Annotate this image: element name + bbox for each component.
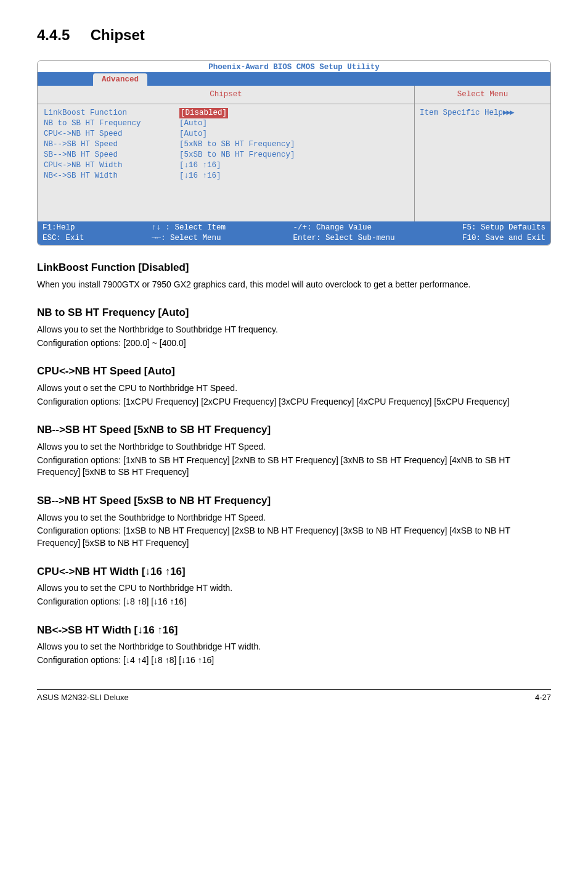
item-body: Configuration options: [1xNB to SB HT Fr… <box>37 455 551 479</box>
bios-hint-f5: F5: Setup Defaults <box>462 223 545 232</box>
footer-page-number: 4-27 <box>535 692 551 703</box>
bios-right-panel: Select Menu Item Specific Help▶▶▶ <box>415 86 550 221</box>
bios-footer: F1:Help ESC: Exit ↑↓ : Select Item →←: S… <box>38 221 550 245</box>
bios-row-value[interactable]: [Auto] <box>179 130 207 138</box>
section-heading: 4.4.5 Chipset <box>37 25 551 46</box>
bios-row-label[interactable]: NB<->SB HT Width <box>44 171 118 180</box>
item-heading: SB-->NB HT Speed [5xSB to NB HT Frequenc… <box>37 493 551 508</box>
item-body: Allows you to set the Northbridge to Sou… <box>37 641 551 653</box>
bios-hint-select-menu: →←: Select Menu <box>152 234 221 242</box>
bios-footer-col: F5: Setup Defaults F10: Save and Exit <box>462 223 545 244</box>
bios-row-value[interactable]: [↓16 ↑16] <box>179 171 221 180</box>
section-title-text: Chipset <box>91 27 145 43</box>
bios-footer-col: ↑↓ : Select Item →←: Select Menu <box>152 223 226 244</box>
item-body: Allows you to set the Northbridge to Sou… <box>37 441 551 453</box>
bios-hint-change: -/+: Change Value <box>293 223 372 232</box>
bios-footer-col: -/+: Change Value Enter: Select Sub-menu <box>293 223 394 244</box>
bios-hint-enter: Enter: Select Sub-menu <box>293 234 394 242</box>
bios-row-value[interactable]: [Auto] <box>179 119 207 128</box>
item-body: Allows you to set the CPU to Northbridge… <box>37 582 551 595</box>
bios-row-value[interactable]: [5xNB to SB HT Frequency] <box>179 140 295 149</box>
section-number: 4.4.5 <box>37 27 70 43</box>
bios-setting-values: [Disabled] [Auto] [Auto] [5xNB to SB HT … <box>179 108 409 217</box>
bios-row-label[interactable]: NB-->SB HT Speed <box>44 140 118 149</box>
item-body: Allows you to set the Northbridge to Sou… <box>37 324 551 336</box>
item-heading: NB<->SB HT Width [↓16 ↑16] <box>37 623 551 638</box>
bios-row-label[interactable]: LinkBoost Function <box>44 109 127 117</box>
bios-menu-bar: Advanced <box>38 72 550 86</box>
item-heading: CPU<->NB HT Width [↓16 ↑16] <box>37 564 551 579</box>
item-body: Configuration options: [↓8 ↑8] [↓16 ↑16] <box>37 596 551 608</box>
bios-settings-list: LinkBoost Function NB to SB HT Frequency… <box>38 104 414 221</box>
item-body: When you install 7900GTX or 7950 GX2 gra… <box>37 279 551 291</box>
item-body: Configuration options: [1xSB to NB HT Fr… <box>37 525 551 549</box>
bios-footer-col: F1:Help ESC: Exit <box>43 223 84 244</box>
bios-row-value[interactable]: [5xSB to NB HT Frequency] <box>179 151 295 159</box>
bios-header: Phoenix-Award BIOS CMOS Setup Utility <box>38 61 550 73</box>
bios-row-value[interactable]: [↓16 ↑16] <box>179 161 221 170</box>
item-heading: CPU<->NB HT Speed [Auto] <box>37 364 551 379</box>
item-heading: NB-->SB HT Speed [5xNB to SB HT Frequenc… <box>37 423 551 437</box>
bios-hint-f10: F10: Save and Exit <box>462 234 545 242</box>
item-body: Allows you to set the Southbridge to Nor… <box>37 512 551 524</box>
item-body: Configuration options: [↓4 ↑4] [↓8 ↑8] [… <box>37 654 551 667</box>
item-heading: NB to SB HT Frequency [Auto] <box>37 305 551 320</box>
item-body: Configuration options: [1xCPU Frequency]… <box>37 396 551 408</box>
bios-left-panel: Chipset LinkBoost Function NB to SB HT F… <box>38 86 415 221</box>
bios-row-label[interactable]: CPU<->NB HT Speed <box>44 130 123 138</box>
bios-hint-f1: F1:Help <box>43 223 75 232</box>
bios-row-value-selected[interactable]: [Disabled] <box>179 108 228 118</box>
settings-descriptions: LinkBoost Function [Disabled] When you i… <box>37 260 551 666</box>
item-body: Configuration options: [200.0] ~ [400.0] <box>37 337 551 350</box>
triangle-right-icon: ▶▶▶ <box>503 109 513 117</box>
bios-row-label[interactable]: CPU<->NB HT Width <box>44 161 123 170</box>
bios-panel-title: Chipset <box>38 86 414 104</box>
bios-setting-labels: LinkBoost Function NB to SB HT Frequency… <box>44 108 179 217</box>
bios-help-text: Item Specific Help <box>420 109 503 117</box>
bios-hint-esc: ESC: Exit <box>43 234 84 242</box>
item-heading: LinkBoost Function [Disabled] <box>37 260 551 275</box>
bios-row-label[interactable]: NB to SB HT Frequency <box>44 119 141 128</box>
item-body: Allows yout o set the CPU to Northbridge… <box>37 382 551 395</box>
bios-right-title: Select Menu <box>415 86 550 104</box>
bios-screen: Phoenix-Award BIOS CMOS Setup Utility Ad… <box>37 60 551 246</box>
page-footer: ASUS M2N32-SLI Deluxe 4-27 <box>37 689 551 703</box>
bios-hint-select-item: ↑↓ : Select Item <box>152 223 226 232</box>
footer-product: ASUS M2N32-SLI Deluxe <box>37 692 129 703</box>
bios-tab-advanced[interactable]: Advanced <box>93 73 147 86</box>
bios-row-label[interactable]: SB-->NB HT Speed <box>44 151 118 159</box>
